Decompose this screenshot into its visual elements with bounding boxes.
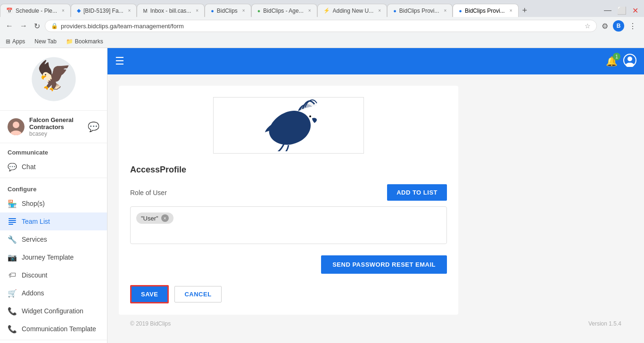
maximize-button[interactable]: ⬜	[615, 4, 628, 17]
bookmark-star-icon[interactable]: ☆	[585, 22, 591, 30]
new-tab-button[interactable]: +	[519, 4, 531, 17]
svg-point-10	[627, 57, 632, 61]
lock-icon: 🔒	[51, 23, 58, 29]
tab-7[interactable]: ● BidClips Provi... ×	[387, 4, 453, 17]
user-avatar	[8, 118, 25, 135]
sidebar-item-shops[interactable]: 🏪 Shop(s)	[0, 195, 107, 212]
company-logo-image	[251, 99, 326, 151]
tab-label-1: Schedule - Ple...	[16, 8, 57, 14]
action-row: SAVE CANCEL	[130, 285, 447, 303]
role-tag-user: "User" ×	[136, 212, 173, 224]
tab-favicon-1: 📅	[6, 8, 13, 14]
profile-circle[interactable]: B	[613, 20, 624, 32]
tab-label-7: BidClips Provi...	[399, 8, 439, 14]
add-to-list-button[interactable]: ADD TO LIST	[387, 184, 447, 201]
addons-label: Addons	[22, 289, 44, 297]
tab-close-8[interactable]: ×	[510, 8, 512, 13]
sidebar-item-addons[interactable]: 🛒 Addons	[0, 284, 107, 302]
sidebar-divider-1	[0, 178, 107, 178]
tab-1[interactable]: 📅 Schedule - Ple... ×	[0, 4, 71, 17]
chat-bubble-icon[interactable]: 💬	[88, 121, 99, 132]
tab-close-3[interactable]: ×	[196, 8, 198, 13]
browser-right-icons: ⚙ B ⋮	[600, 20, 640, 33]
sidebar-logo: 🦅	[0, 48, 107, 111]
svg-rect-7	[8, 222, 16, 223]
user-circle-button[interactable]	[623, 54, 636, 69]
apps-label: Apps	[12, 38, 25, 45]
user-handle: bcasey	[29, 131, 83, 137]
send-password-reset-button[interactable]: SEND PASSWORD RESET EMAIL	[321, 255, 447, 274]
minimize-button[interactable]: —	[602, 4, 613, 16]
tab-label-3: Inbox - bill.cas...	[150, 8, 191, 14]
bookmarks-new-tab[interactable]: New Tab	[33, 37, 58, 46]
copyright-text: © 2019 BidClips	[130, 320, 171, 327]
sidebar-item-team-list[interactable]: Team List	[0, 212, 107, 230]
tab-4[interactable]: ● BidClips ×	[205, 4, 251, 17]
reload-button[interactable]: ↻	[32, 20, 42, 33]
bookmarks-apps[interactable]: ⊞ Apps	[4, 37, 27, 46]
services-icon: 🔧	[8, 235, 17, 244]
folder-icon: 📁	[66, 38, 73, 45]
password-row: SEND PASSWORD RESET EMAIL	[130, 255, 447, 274]
extensions-button[interactable]: ⚙	[600, 20, 610, 33]
sidebar: 🦅 Falcon General Contractors bcasey 💬 Co…	[0, 48, 107, 343]
sidebar-item-widget-config[interactable]: 📞 Widget Configuration	[0, 302, 107, 320]
sidebar-item-services[interactable]: 🔧 Services	[0, 230, 107, 248]
logo-box	[213, 97, 364, 154]
tab-2[interactable]: ◆ [BID-5139] Fa... ×	[71, 4, 137, 17]
tab-6[interactable]: ⚡ Adding New U... ×	[317, 4, 388, 17]
tab-8[interactable]: ● BidClips Provi... ×	[453, 4, 518, 17]
user-name: Falcon General Contractors	[29, 116, 83, 131]
role-tag-label: "User"	[141, 215, 158, 222]
address-text: providers.bidclips.ga/team-management/fo…	[61, 23, 582, 30]
tab-close-4[interactable]: ×	[242, 8, 245, 13]
notification-button[interactable]: 🔔 1	[606, 56, 618, 67]
sidebar-divider-2	[0, 340, 107, 340]
team-list-label: Team List	[22, 218, 50, 225]
forward-button[interactable]: →	[18, 20, 29, 32]
address-box[interactable]: 🔒 providers.bidclips.ga/team-management/…	[45, 20, 597, 32]
tab-3[interactable]: M Inbox - bill.cas... ×	[137, 4, 205, 17]
new-tab-bookmark-label: New Tab	[34, 38, 56, 45]
sidebar-user-section: Falcon General Contractors bcasey 💬	[0, 111, 107, 143]
user-info: Falcon General Contractors bcasey	[29, 116, 83, 137]
tab-close-6[interactable]: ×	[378, 8, 381, 13]
content-card: AccessProfile Role of User ADD TO LIST "…	[119, 86, 458, 315]
tab-favicon-3: M	[143, 8, 147, 14]
main-content: AccessProfile Role of User ADD TO LIST "…	[107, 74, 644, 343]
footer: © 2019 BidClips Version 1.5.4	[119, 315, 633, 333]
role-header: Role of User ADD TO LIST	[130, 184, 447, 201]
tab-close-7[interactable]: ×	[444, 8, 446, 13]
svg-rect-5	[8, 218, 16, 219]
sidebar-item-discount[interactable]: 🏷 Discount	[0, 266, 107, 284]
close-window-button[interactable]: ✕	[630, 4, 640, 17]
tab-5[interactable]: ● BidClips - Age... ×	[251, 4, 317, 17]
tab-label-4: BidClips	[217, 8, 238, 14]
journey-template-label: Journey Template	[22, 253, 74, 261]
sidebar-item-journey-template[interactable]: 📷 Journey Template	[0, 248, 107, 266]
svg-rect-6	[8, 220, 16, 221]
cancel-button[interactable]: CANCEL	[174, 286, 221, 302]
chat-label: Chat	[22, 163, 36, 171]
journey-template-icon: 📷	[8, 253, 17, 262]
hamburger-button[interactable]: ☰	[115, 55, 124, 67]
address-bar-row: ← → ↻ 🔒 providers.bidclips.ga/team-manag…	[0, 17, 644, 35]
menu-button[interactable]: ⋮	[627, 20, 638, 33]
sidebar-item-chat[interactable]: 💬 Chat	[0, 158, 107, 176]
tab-close-5[interactable]: ×	[308, 8, 311, 13]
role-tag-remove-button[interactable]: ×	[161, 214, 169, 222]
role-label: Role of User	[130, 189, 167, 196]
tab-favicon-5: ●	[257, 8, 261, 14]
tab-close-1[interactable]: ×	[62, 8, 65, 13]
tab-bar: 📅 Schedule - Ple... × ◆ [BID-5139] Fa...…	[0, 0, 644, 17]
widget-config-icon: 📞	[8, 306, 17, 316]
notification-badge: 1	[613, 53, 620, 60]
save-button[interactable]: SAVE	[130, 285, 169, 303]
sidebar-logo-image: 🦅	[25, 56, 82, 103]
sidebar-item-comm-template[interactable]: 📞 Communication Template	[0, 320, 107, 338]
apps-grid-icon: ⊞	[6, 38, 10, 45]
back-button[interactable]: ←	[4, 20, 15, 32]
discount-icon: 🏷	[8, 270, 17, 280]
tab-close-2[interactable]: ×	[128, 8, 131, 13]
bookmarks-bookmarks[interactable]: 📁 Bookmarks	[64, 37, 105, 46]
